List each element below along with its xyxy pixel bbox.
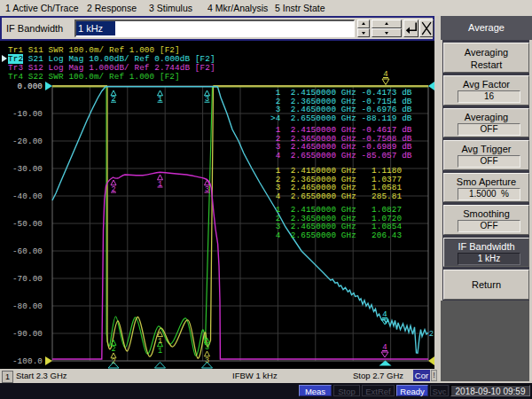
svg-text:1: 1	[158, 347, 162, 356]
svg-text:1: 1	[158, 180, 162, 189]
svg-text:1: 1	[158, 95, 162, 104]
svg-text:3: 3	[205, 185, 209, 194]
svg-text:3: 3	[205, 95, 209, 104]
svg-text:2: 2	[111, 185, 115, 194]
svg-text:1: 1	[158, 337, 162, 346]
svg-text:2: 2	[111, 95, 115, 104]
svg-text:2: 2	[429, 330, 434, 339]
